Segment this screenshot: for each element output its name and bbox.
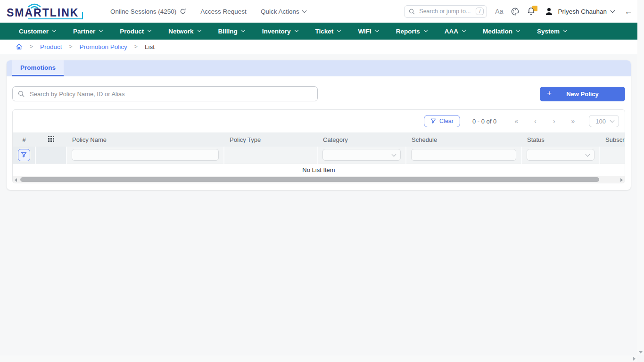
filter-icon — [21, 152, 27, 158]
table-header-row: # — [13, 132, 625, 147]
scroll-right-arrow[interactable] — [620, 178, 623, 182]
scroll-down-arrow[interactable] — [639, 351, 643, 354]
chevron-down-icon — [516, 28, 520, 32]
breadcrumb-link-promotion-policy[interactable]: Promotion Policy — [80, 43, 127, 50]
global-search[interactable]: / — [404, 5, 487, 18]
tabstrip: Promotions — [7, 60, 631, 76]
col-category[interactable]: Category — [317, 132, 406, 147]
chevron-down-icon — [611, 8, 615, 13]
search-icon — [18, 90, 25, 97]
promotions-card: Promotions + New Policy — [7, 60, 631, 190]
nav-item-ticket[interactable]: Ticket — [315, 28, 341, 35]
nav-item-billing[interactable]: Billing — [218, 28, 245, 35]
table-horizontal-scrollbar[interactable] — [13, 176, 625, 183]
empty-state-row: No List Item — [13, 164, 625, 176]
font-size-toggle[interactable]: Aa — [495, 8, 503, 15]
nav-item-wifi[interactable]: WiFi — [358, 28, 378, 35]
col-columns-picker[interactable] — [35, 132, 66, 147]
chevron-down-icon — [563, 28, 567, 32]
nav-item-product[interactable]: Product — [120, 28, 151, 35]
status-filter-select[interactable] — [527, 149, 594, 161]
pagination-range: 0 - 0 of 0 — [472, 118, 496, 125]
scroll-left-arrow[interactable] — [15, 178, 17, 182]
chevron-down-icon — [302, 8, 306, 13]
online-sessions[interactable]: Online Sessions (4250) — [110, 8, 186, 15]
pager-last-button[interactable]: » — [563, 117, 582, 125]
main-navbar: Customer Partner Product Network Billing… — [0, 23, 637, 40]
wifi-icon — [26, 1, 42, 9]
nav-item-system[interactable]: System — [537, 28, 567, 35]
home-icon[interactable] — [16, 43, 23, 50]
nav-item-reports[interactable]: Reports — [396, 28, 427, 35]
col-subscribers[interactable]: Subscribers — [600, 132, 625, 147]
page-size-select[interactable]: 100 — [589, 115, 619, 127]
chevron-down-icon — [241, 28, 245, 32]
back-arrow-button[interactable]: ← — [624, 7, 633, 16]
logo-text: SMARTLINK — [7, 7, 79, 19]
breadcrumb-separator: > — [134, 43, 138, 50]
header-center: Online Sessions (4250) Access Request Qu… — [110, 8, 306, 15]
chevron-down-icon — [392, 152, 396, 156]
smartlink-logo[interactable]: SMARTLINK — [7, 1, 86, 21]
new-policy-button[interactable]: + New Policy — [540, 87, 625, 101]
access-request-link[interactable]: Access Request — [200, 8, 247, 15]
schedule-filter-input[interactable] — [411, 149, 516, 161]
filter-toggle-button[interactable] — [18, 149, 30, 161]
nav-item-customer[interactable]: Customer — [19, 28, 56, 35]
online-sessions-label: Online Sessions (4250) — [110, 8, 176, 15]
policy-table: # — [13, 132, 625, 176]
plus-icon: + — [547, 89, 552, 98]
pager-first-button[interactable]: « — [507, 117, 526, 125]
logo-underline-vertical — [82, 12, 83, 19]
window-vertical-scrollbar[interactable] — [637, 0, 644, 355]
nav-item-aaa[interactable]: AAA — [445, 28, 465, 35]
policy-name-filter-input[interactable] — [72, 149, 219, 161]
clear-filters-button[interactable]: Clear — [424, 115, 460, 127]
search-shortcut-badge: / — [476, 8, 484, 15]
nav-item-mediation[interactable]: Mediation — [483, 28, 520, 35]
pager: « ‹ › » — [507, 117, 582, 125]
chevron-down-icon — [337, 28, 341, 32]
filter-row — [13, 147, 625, 164]
quick-actions-menu[interactable]: Quick Actions — [261, 8, 306, 15]
policy-search-input[interactable] — [29, 90, 312, 98]
chevron-down-icon — [610, 118, 615, 123]
col-schedule[interactable]: Schedule — [406, 132, 521, 147]
col-index[interactable]: # — [13, 132, 35, 147]
pager-prev-button[interactable]: ‹ — [526, 117, 545, 125]
top-header: SMARTLINK Online Sessions (4250) — [0, 0, 637, 23]
logo-underline — [28, 18, 83, 19]
user-menu[interactable]: Priyesh Chauhan — [545, 7, 614, 16]
user-avatar — [545, 7, 553, 16]
pager-next-button[interactable]: › — [545, 117, 563, 125]
breadcrumb-separator: > — [69, 43, 73, 50]
grid-icon — [48, 136, 54, 142]
page: SMARTLINK Online Sessions (4250) — [0, 0, 637, 196]
scrollbar-thumb[interactable] — [20, 177, 599, 182]
col-status[interactable]: Status — [521, 132, 600, 147]
chevron-down-icon — [99, 28, 103, 32]
scroll-right-arrow[interactable] — [633, 357, 636, 361]
tab-promotions[interactable]: Promotions — [12, 60, 64, 76]
policy-search[interactable] — [12, 86, 318, 101]
nav-item-partner[interactable]: Partner — [73, 28, 102, 35]
nav-item-network[interactable]: Network — [168, 28, 200, 35]
user-name: Priyesh Chauhan — [558, 8, 607, 15]
refresh-icon[interactable] — [180, 8, 186, 15]
theme-palette-icon[interactable] — [511, 8, 519, 16]
global-search-input[interactable] — [418, 8, 472, 15]
category-filter-select[interactable] — [322, 149, 401, 161]
actions-row: + New Policy — [7, 76, 631, 109]
empty-state-text: No List Item — [13, 164, 625, 176]
content-area: Promotions + New Policy — [0, 54, 637, 196]
breadcrumb-link-product[interactable]: Product — [40, 43, 62, 50]
col-policy-type[interactable]: Policy Type — [224, 132, 317, 147]
window-horizontal-scrollbar[interactable] — [0, 355, 637, 362]
notifications-bell[interactable] — [527, 7, 537, 16]
col-policy-name[interactable]: Policy Name — [66, 132, 224, 147]
list-panel: Clear 0 - 0 of 0 « ‹ › » 100 — [12, 109, 625, 183]
header-right: / Aa — [404, 5, 633, 18]
chevron-down-icon — [294, 28, 298, 32]
chevron-down-icon — [148, 28, 151, 32]
nav-item-inventory[interactable]: Inventory — [262, 28, 298, 35]
